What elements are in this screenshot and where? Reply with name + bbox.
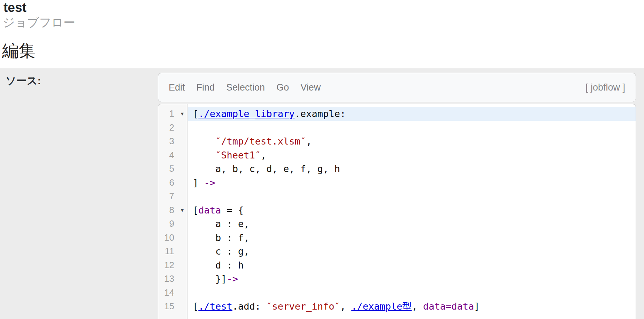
code-line[interactable]: 13 }]-> [158, 272, 636, 286]
line-number: 14 [158, 286, 174, 300]
fold-toggle-icon[interactable]: ▾ [178, 203, 186, 217]
line-number: 10 [158, 231, 174, 245]
code-token-plain: .example: [295, 108, 346, 119]
code-line[interactable]: 8▾[data = { [158, 203, 636, 217]
page-title: test [3, 0, 26, 15]
code-token-string: ″Sheet1″ [215, 150, 261, 161]
code-link[interactable]: ./example型 [351, 301, 412, 312]
line-number: 3 [158, 134, 174, 148]
code-token-plain: [ [193, 301, 198, 312]
line-number: 6 [158, 176, 174, 190]
code-token-plain: ] [193, 177, 204, 188]
menu-item-go[interactable]: Go [276, 82, 289, 93]
code-token-plain: = { [221, 205, 244, 216]
code-token-plain: a : e, [193, 218, 250, 229]
line-number: 15 [158, 299, 174, 313]
line-number: 12 [158, 258, 174, 272]
line-number: 11 [158, 244, 174, 258]
code-text: c : g, [193, 244, 636, 258]
code-token-keyword: -> [227, 273, 238, 284]
code-token-plain: , [412, 301, 423, 312]
menu-items: EditFindSelectionGoView [169, 82, 332, 93]
line-number: 2 [158, 121, 174, 135]
code-link[interactable]: ./test [198, 301, 232, 312]
code-token-plain: [ [193, 108, 198, 119]
code-line[interactable]: 5 a, b, c, d, e, f, g, h [158, 162, 636, 176]
code-text: ] -> [193, 176, 636, 190]
code-line[interactable]: 14 [158, 286, 636, 300]
code-token-plain: , [261, 150, 266, 161]
code-text: b : f, [193, 231, 636, 245]
fold-toggle-icon[interactable]: ▾ [178, 107, 186, 121]
code-token-plain: }] [193, 273, 227, 284]
menu-item-find[interactable]: Find [197, 82, 215, 93]
code-text: ″/tmp/test.xlsm″, [193, 134, 636, 148]
code-token-plain [193, 136, 215, 147]
code-line[interactable]: 7 [158, 189, 636, 203]
line-number: 8 [158, 203, 174, 217]
code-line[interactable]: 6] -> [158, 176, 636, 190]
code-line[interactable]: 15[./test.add: ″server_info″, ./example型… [158, 299, 636, 313]
code-editor-area[interactable]: 1▾[./example_library.example:23 ″/tmp/te… [158, 104, 636, 319]
code-token-keyword: data=data [423, 301, 474, 312]
code-token-keyword: data [198, 205, 221, 216]
code-line[interactable]: 1▾[./example_library.example: [158, 107, 636, 121]
editor-menubar: EditFindSelectionGoView [ jobflow ] [158, 73, 636, 102]
code-text: [./test.add: ″server_info″, ./example型, … [193, 299, 636, 313]
mode-label: [ jobflow ] [585, 82, 625, 93]
code-line[interactable]: 11 c : g, [158, 244, 636, 258]
menu-item-edit[interactable]: Edit [169, 82, 185, 93]
code-text: d : h [193, 258, 636, 272]
code-link[interactable]: ./example_library [198, 108, 294, 119]
line-number: 9 [158, 217, 174, 231]
code-token-plain: c : g, [193, 246, 250, 257]
code-token-plain: a, b, c, d, e, f, g, h [193, 163, 340, 174]
code-line[interactable]: 9 a : e, [158, 217, 636, 231]
code-token-plain: [ [193, 205, 198, 216]
form-panel: ソース: EditFindSelectionGoView [ jobflow ]… [0, 68, 644, 319]
code-token-plain: d : h [193, 260, 244, 271]
code-text: a, b, c, d, e, f, g, h [193, 162, 636, 176]
line-number: 5 [158, 162, 174, 176]
menu-item-view[interactable]: View [300, 82, 321, 93]
code-editor[interactable]: 1▾[./example_library.example:23 ″/tmp/te… [158, 104, 636, 319]
code-token-keyword: -> [204, 177, 216, 188]
code-token-plain [193, 150, 215, 161]
code-token-plain: .add: [232, 301, 267, 312]
code-token-plain: ] [474, 301, 480, 312]
code-text: a : e, [193, 217, 636, 231]
code-token-plain: b : f, [193, 232, 250, 243]
code-text: [data = { [193, 203, 636, 217]
line-number: 7 [158, 189, 174, 203]
code-line[interactable]: 2 [158, 121, 636, 135]
line-number: 1 [158, 107, 174, 121]
code-lines: 1▾[./example_library.example:23 ″/tmp/te… [158, 107, 636, 313]
source-label: ソース: [6, 74, 41, 88]
code-line[interactable]: 3 ″/tmp/test.xlsm″, [158, 134, 636, 148]
code-line[interactable]: 12 d : h [158, 258, 636, 272]
code-token-string: ″/tmp/test.xlsm″ [215, 136, 306, 147]
code-text: [./example_library.example: [193, 107, 636, 121]
section-heading: 編集 [2, 40, 36, 62]
code-token-string: ″server_info″ [266, 301, 340, 312]
line-number: 4 [158, 148, 174, 162]
page-subtitle: ジョブフロー [3, 15, 75, 31]
code-text: }]-> [193, 272, 636, 286]
code-line[interactable]: 4 ″Sheet1″, [158, 148, 636, 162]
code-token-plain: , [340, 301, 352, 312]
menu-item-selection[interactable]: Selection [226, 82, 265, 93]
page: test ジョブフロー 編集 ソース: EditFindSelectionGoV… [0, 0, 644, 319]
code-text: ″Sheet1″, [193, 148, 636, 162]
line-number: 13 [158, 272, 174, 286]
code-token-plain: , [306, 136, 312, 147]
code-line[interactable]: 10 b : f, [158, 231, 636, 245]
